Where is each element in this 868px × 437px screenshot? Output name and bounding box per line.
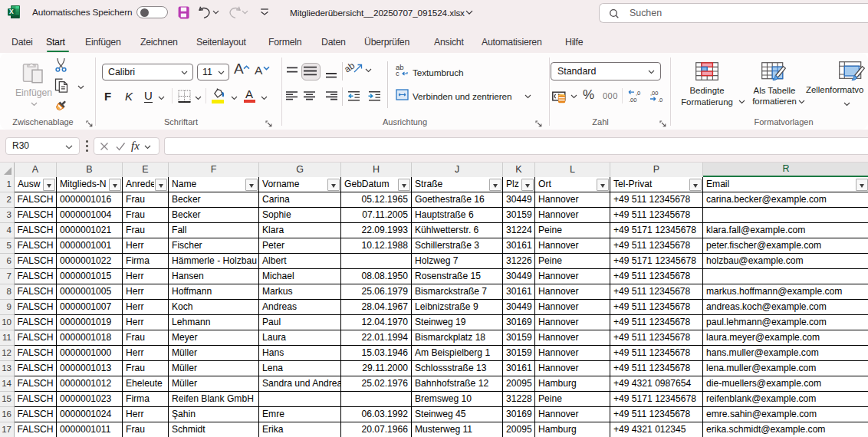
svg-text:,00: ,00 bbox=[650, 90, 658, 97]
svg-text:X: X bbox=[9, 8, 14, 15]
svg-text:,00: ,00 bbox=[629, 97, 636, 103]
svg-text:,0: ,0 bbox=[636, 90, 640, 97]
svg-text:,0: ,0 bbox=[658, 97, 663, 103]
